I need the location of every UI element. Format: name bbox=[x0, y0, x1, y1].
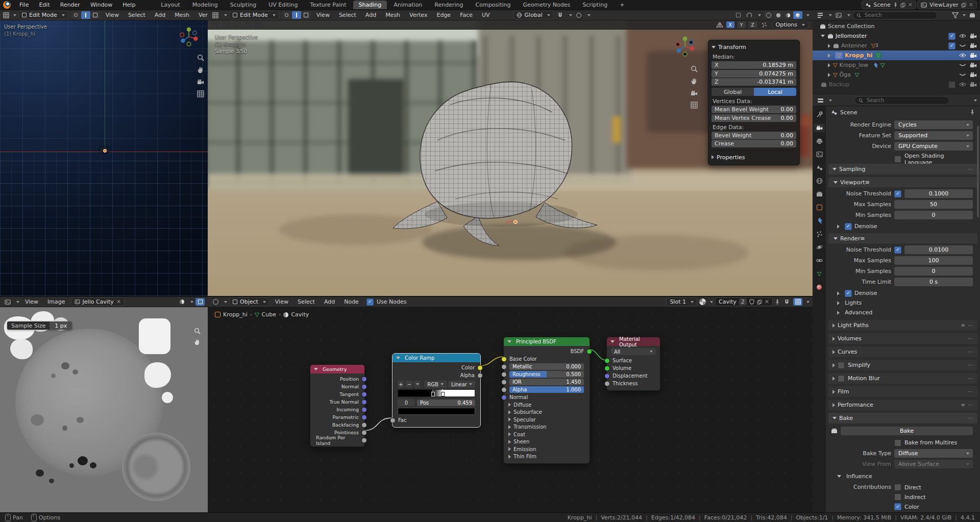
socket-parametric[interactable]: Parametric bbox=[310, 413, 364, 421]
sample-size-panel[interactable]: Sample Size 1 px bbox=[7, 321, 72, 330]
tab-rendering[interactable]: Rendering bbox=[429, 1, 469, 9]
global-button[interactable]: Global bbox=[712, 88, 754, 96]
menu-add[interactable]: Add bbox=[151, 11, 169, 19]
edge-select-icon[interactable] bbox=[81, 11, 90, 19]
select-mode-buttons[interactable] bbox=[71, 11, 100, 19]
tab-particles[interactable] bbox=[814, 230, 825, 238]
mirror-y-button[interactable]: Y bbox=[738, 21, 746, 28]
tab-object-data[interactable]: ▽ bbox=[814, 269, 825, 278]
copy-icon[interactable] bbox=[757, 300, 762, 305]
xray-toggle-icon[interactable] bbox=[733, 11, 743, 19]
viewport-noise-threshold-field[interactable]: 0.1000 bbox=[904, 189, 973, 198]
node-canvas[interactable]: Kropp_hi› ▽ Cube› Cavity Geometry Positi… bbox=[208, 307, 813, 513]
render-max-samples-field[interactable]: 100 bbox=[894, 256, 973, 265]
ior-slider[interactable]: IOR1.450 bbox=[504, 378, 590, 386]
menu-mesh[interactable]: Mesh bbox=[171, 11, 193, 19]
viewport-min-samples-field[interactable]: 0 bbox=[894, 211, 973, 219]
unlink-scene-icon[interactable]: ✕ bbox=[908, 2, 913, 8]
unlink-image-icon[interactable]: ✕ bbox=[116, 299, 121, 305]
node-geometry[interactable]: Geometry Position Normal Tangent True No… bbox=[310, 364, 365, 447]
tab-object[interactable] bbox=[814, 203, 825, 212]
local-button[interactable]: Local bbox=[754, 88, 796, 96]
outliner-row-backup[interactable]: Backup bbox=[813, 80, 980, 89]
stop-index-field[interactable]: 0 bbox=[398, 399, 415, 406]
rendered-shading-icon[interactable] bbox=[793, 11, 802, 19]
new-workspace-button[interactable]: + bbox=[614, 1, 630, 9]
section-performance[interactable]: Performance≡ ⋯ bbox=[828, 400, 977, 410]
tab-sculpting[interactable]: Sculpting bbox=[225, 1, 262, 9]
camera-view-icon[interactable] bbox=[197, 79, 204, 85]
outliner-search[interactable] bbox=[852, 11, 937, 19]
eye-closed-icon[interactable] bbox=[959, 72, 966, 77]
socket-position[interactable]: Position bbox=[310, 375, 364, 383]
options-dropdown[interactable]: Options bbox=[772, 20, 808, 29]
wireframe-shading-icon[interactable] bbox=[764, 11, 773, 19]
zoom-icon[interactable] bbox=[194, 328, 201, 334]
shader-type-dropdown[interactable]: Object bbox=[229, 297, 270, 306]
mode-dropdown[interactable]: Edit Mode bbox=[229, 11, 279, 19]
menu-view[interactable]: View bbox=[21, 297, 42, 306]
menu-add[interactable]: Add bbox=[321, 297, 338, 306]
noise-threshold-checkbox[interactable] bbox=[894, 190, 901, 197]
socket-random-per-island[interactable]: Random Per Island bbox=[310, 436, 364, 444]
material-preview-icon[interactable] bbox=[783, 11, 793, 19]
camera-visibility-icon[interactable] bbox=[970, 43, 977, 48]
menu-mesh[interactable]: Mesh bbox=[382, 11, 404, 19]
collection-checkbox[interactable] bbox=[948, 33, 955, 40]
snap-node-icon[interactable] bbox=[782, 298, 791, 306]
direct-checkbox[interactable] bbox=[894, 484, 901, 491]
ramp-stop-0[interactable] bbox=[431, 389, 435, 397]
menu-vertex[interactable]: Vertex bbox=[406, 11, 431, 19]
sample-size-value[interactable]: 1 px bbox=[50, 321, 72, 330]
socket-surface-in[interactable]: Surface bbox=[607, 357, 660, 364]
outliner-row-antenner[interactable]: Antenner ▽3 bbox=[813, 41, 980, 51]
overlay-toggle-icon[interactable] bbox=[195, 298, 205, 306]
vertex-select-icon[interactable] bbox=[71, 11, 81, 19]
section-light-paths[interactable]: Light Paths≡ ⋯ bbox=[828, 320, 977, 331]
viewlayer-selector[interactable]: ViewLayer ✕ bbox=[917, 1, 977, 9]
snap-magnet-icon[interactable] bbox=[556, 11, 565, 19]
add-stop-button[interactable]: + bbox=[398, 381, 404, 388]
tab-animation[interactable]: Animation bbox=[388, 1, 428, 9]
menu-edit[interactable]: Edit bbox=[34, 1, 54, 9]
copy-icon[interactable] bbox=[900, 3, 905, 8]
motion-blur-checkbox[interactable] bbox=[838, 375, 845, 382]
mirror-icon[interactable] bbox=[716, 22, 723, 28]
render-noise-threshold-field[interactable]: 0.0100 bbox=[904, 245, 973, 254]
tab-render[interactable] bbox=[814, 123, 825, 132]
panel-emission[interactable]: Emission bbox=[504, 445, 590, 453]
outliner-row-kropp-low[interactable]: ▽ Kropp_low ▽ bbox=[813, 60, 980, 70]
edge-select-icon[interactable] bbox=[292, 11, 301, 19]
editor-type-icon[interactable] bbox=[211, 11, 220, 19]
tab-texture-paint[interactable]: Texture Paint bbox=[305, 1, 352, 9]
socket-fac-in[interactable]: Fac bbox=[393, 416, 480, 424]
socket-bsdf-out[interactable]: BSDF bbox=[504, 347, 590, 355]
feature-set-dropdown[interactable]: Supported bbox=[894, 131, 973, 140]
ortho-grid-icon[interactable] bbox=[691, 102, 698, 109]
shield-icon[interactable] bbox=[749, 299, 754, 305]
collection-checkbox[interactable] bbox=[948, 81, 955, 88]
interpolation-dropdown[interactable]: Linear bbox=[448, 381, 475, 388]
shading-mode-buttons[interactable] bbox=[764, 11, 802, 19]
panel-subsurface[interactable]: Subsurface bbox=[504, 409, 590, 416]
node-material-output[interactable]: Material Output All Surface Volume Displ… bbox=[606, 337, 660, 391]
menu-face[interactable]: Face bbox=[456, 11, 476, 19]
panel-sheen[interactable]: Sheen bbox=[504, 438, 590, 446]
outliner-row-jellomoster[interactable]: Jellomoster bbox=[813, 31, 980, 41]
tab-shading[interactable]: Shading bbox=[353, 1, 387, 9]
device-dropdown[interactable]: GPU Compute bbox=[894, 142, 973, 151]
eye-closed-icon[interactable] bbox=[959, 63, 966, 67]
tool-option-icon[interactable] bbox=[233, 21, 241, 28]
output-target-dropdown[interactable]: All bbox=[611, 348, 656, 355]
color-checkbox[interactable] bbox=[894, 503, 901, 510]
material-icon[interactable] bbox=[699, 299, 706, 305]
face-select-icon[interactable] bbox=[91, 11, 100, 19]
menu-view[interactable]: View bbox=[272, 297, 292, 306]
display-channels-icon[interactable] bbox=[177, 298, 186, 306]
tab-layout[interactable]: Layout bbox=[155, 1, 185, 9]
tab-compositing[interactable]: Compositing bbox=[470, 1, 517, 9]
solid-shading-icon[interactable] bbox=[774, 11, 783, 19]
properties-search[interactable] bbox=[854, 96, 949, 105]
subsection-influence[interactable]: Influence bbox=[826, 470, 980, 482]
tab-collection[interactable] bbox=[814, 190, 825, 198]
